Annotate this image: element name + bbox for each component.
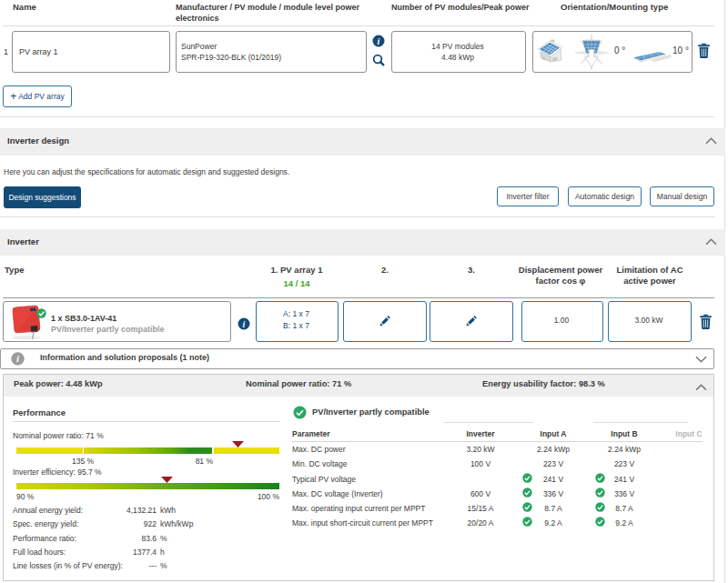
svg-text:i: i xyxy=(243,319,246,329)
svg-text:i: i xyxy=(378,36,380,46)
